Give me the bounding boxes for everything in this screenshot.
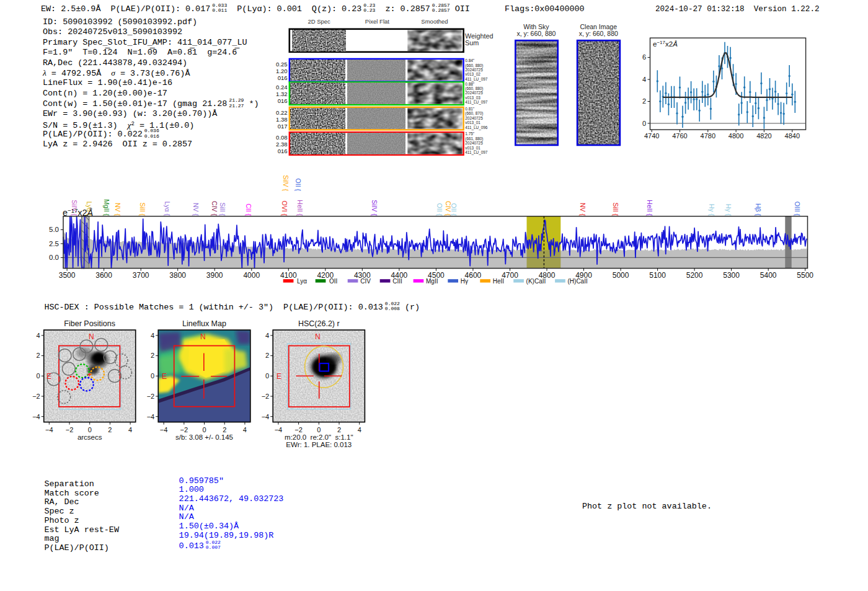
svg-text:MgII: MgII	[426, 278, 438, 285]
svg-text:−4: −4	[160, 426, 168, 433]
svg-text:x, y: 660, 880: x, y: 660, 880	[579, 30, 618, 37]
svg-text:0: 0	[317, 426, 321, 433]
svg-text:016: 016	[278, 97, 288, 104]
svg-text:NV {: NV {	[114, 203, 122, 216]
svg-text:2: 2	[265, 352, 269, 359]
svg-text:0.0: 0.0	[49, 254, 59, 261]
svg-text:2D Spec: 2D Spec	[308, 18, 330, 25]
svg-text:OVI {: OVI {	[281, 200, 288, 216]
svg-text:5200: 5200	[686, 271, 703, 280]
svg-text:4740: 4740	[644, 132, 659, 140]
svg-text:SiII {: SiII {	[612, 202, 619, 216]
svg-text:−2: −2	[262, 393, 270, 400]
svg-text:−2: −2	[294, 426, 303, 433]
svg-text:5300: 5300	[723, 271, 740, 280]
svg-text:MgII {: MgII {	[103, 199, 110, 216]
svg-text:4100: 4100	[280, 271, 297, 280]
svg-text:1.32: 1.32	[276, 91, 288, 97]
svg-text:−2: −2	[32, 393, 40, 400]
svg-text:4: 4	[37, 332, 40, 339]
svg-text:SiIV {: SiIV {	[371, 200, 378, 216]
svg-text:5000: 5000	[613, 271, 629, 280]
svg-text:OII {: OII {	[294, 179, 302, 192]
svg-text:411_LU_097: 411_LU_097	[465, 77, 488, 82]
svg-text:CII {: CII {	[245, 203, 252, 216]
svg-text:20240725: 20240725	[465, 91, 483, 95]
svg-text:4: 4	[358, 426, 361, 433]
svg-text:CIV {: CIV {	[211, 201, 218, 216]
svg-text:4000: 4000	[243, 271, 260, 280]
svg-text:411_LU_097: 411_LU_097	[465, 100, 488, 105]
svg-text:NV {: NV {	[192, 203, 200, 216]
svg-text:4760: 4760	[672, 132, 687, 140]
svg-text:N: N	[89, 332, 94, 341]
svg-text:Hγ {: Hγ {	[725, 204, 732, 216]
svg-text:0: 0	[37, 372, 40, 380]
svg-text:−4: −4	[275, 426, 283, 433]
svg-text:N: N	[200, 332, 206, 341]
svg-text:4780: 4780	[701, 132, 715, 140]
svg-text:E: E	[162, 372, 167, 381]
svg-text:Hγ {: Hγ {	[708, 204, 715, 216]
svg-text:2: 2	[337, 426, 341, 433]
svg-text:5400: 5400	[760, 271, 777, 280]
svg-text:1.75": 1.75"	[465, 131, 474, 136]
svg-text:NV {: NV {	[579, 203, 587, 216]
svg-text:0.22: 0.22	[276, 109, 288, 116]
svg-text:e−17x2Å: e−17x2Å	[653, 40, 678, 48]
svg-text:−4: −4	[262, 413, 270, 420]
svg-text:0: 0	[202, 426, 206, 433]
svg-text:5.0: 5.0	[49, 226, 59, 233]
svg-text:4700: 4700	[502, 271, 518, 280]
svg-text:−4: −4	[45, 426, 53, 433]
svg-text:−4: −4	[147, 413, 155, 420]
svg-text:Lineflux Map: Lineflux Map	[182, 319, 226, 328]
svg-text:x, y: 660, 880: x, y: 660, 880	[516, 30, 556, 37]
svg-text:N: N	[315, 332, 321, 341]
svg-text:411_LU_096: 411_LU_096	[465, 125, 488, 130]
svg-text:CIV: CIV	[360, 278, 371, 285]
svg-text:−4: −4	[32, 413, 40, 420]
svg-text:016: 016	[278, 148, 288, 154]
svg-text:0.81": 0.81"	[465, 107, 474, 111]
svg-text:OIII {: OIII {	[794, 202, 801, 216]
svg-text:016: 016	[278, 74, 288, 81]
svg-text:HeII: HeII	[493, 278, 504, 285]
svg-text:1.20: 1.20	[276, 68, 288, 74]
svg-text:2.5: 2.5	[49, 240, 59, 247]
svg-text:HeII {: HeII {	[296, 200, 304, 216]
svg-text:−2: −2	[66, 426, 74, 433]
svg-text:E: E	[46, 372, 51, 381]
svg-text:3600: 3600	[95, 271, 112, 280]
svg-text:0: 0	[265, 372, 269, 380]
svg-text:2: 2	[151, 352, 154, 359]
svg-text:2: 2	[642, 97, 646, 105]
svg-text:0.88": 0.88"	[465, 82, 474, 86]
svg-text:3800: 3800	[169, 271, 186, 280]
svg-text:2.38: 2.38	[276, 141, 288, 148]
svg-text:3700: 3700	[133, 271, 149, 280]
svg-text:6: 6	[642, 53, 646, 61]
svg-text:0: 0	[642, 120, 646, 127]
svg-text:0: 0	[151, 372, 154, 380]
svg-text:4: 4	[151, 332, 154, 339]
svg-text:(K)CaII: (K)CaII	[526, 278, 546, 285]
svg-text:(H)CaII: (H)CaII	[568, 278, 588, 285]
svg-text:4: 4	[243, 426, 247, 433]
svg-text:4: 4	[128, 426, 132, 433]
svg-text:m:20.0 re:2.0" s:1.1": m:20.0 re:2.0" s:1.1"	[285, 433, 353, 441]
svg-text:2: 2	[223, 426, 226, 433]
svg-text:OII {: OII {	[450, 203, 458, 216]
svg-text:0.08: 0.08	[276, 134, 288, 141]
svg-text:Fiber Positions: Fiber Positions	[64, 319, 115, 328]
svg-text:SiIV {: SiIV {	[282, 175, 290, 191]
svg-text:2: 2	[108, 426, 112, 433]
svg-text:Sum: Sum	[465, 39, 479, 47]
svg-text:4800: 4800	[728, 132, 743, 140]
svg-text:SiII {: SiII {	[219, 202, 226, 216]
svg-text:0: 0	[88, 426, 92, 433]
svg-text:4840: 4840	[785, 132, 800, 140]
svg-text:20240725: 20240725	[465, 68, 483, 72]
svg-text:5500: 5500	[797, 271, 813, 280]
svg-text:20240725: 20240725	[465, 141, 483, 145]
